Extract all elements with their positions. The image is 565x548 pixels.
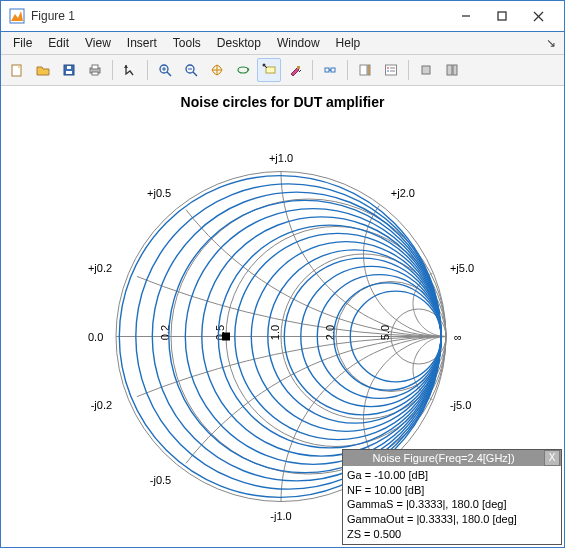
svg-text:+j2.0: +j2.0 (391, 187, 415, 199)
menu-insert[interactable]: Insert (119, 34, 165, 52)
menu-desktop[interactable]: Desktop (209, 34, 269, 52)
insert-colorbar-button[interactable] (353, 58, 377, 82)
svg-text:-j0.5: -j0.5 (150, 474, 171, 486)
svg-rect-37 (447, 65, 452, 75)
svg-rect-9 (67, 66, 71, 69)
save-button[interactable] (57, 58, 81, 82)
brush-button[interactable] (283, 58, 307, 82)
svg-line-15 (167, 72, 171, 76)
window-title: Figure 1 (31, 9, 448, 23)
menu-overflow-icon[interactable]: ↘ (542, 36, 560, 50)
svg-text:1.0: 1.0 (269, 325, 281, 340)
menu-edit[interactable]: Edit (40, 34, 77, 52)
datatip-panel[interactable]: Noise Figure(Freq=2.4[GHz]) X Ga = -10.0… (342, 449, 562, 545)
datatip-line-ga: Ga = -10.00 [dB] (347, 468, 557, 483)
svg-rect-26 (325, 68, 329, 72)
matlab-figure-icon (9, 8, 25, 24)
svg-text:5.0: 5.0 (379, 325, 391, 340)
svg-rect-11 (92, 65, 98, 69)
svg-rect-27 (331, 68, 335, 72)
svg-point-24 (263, 64, 266, 67)
menu-help[interactable]: Help (328, 34, 369, 52)
menu-window[interactable]: Window (269, 34, 328, 52)
edit-plot-button[interactable] (118, 58, 142, 82)
titlebar: Figure 1 (1, 1, 564, 32)
svg-text:-j5.0: -j5.0 (450, 399, 471, 411)
datatip-header[interactable]: Noise Figure(Freq=2.4[GHz]) X (343, 450, 561, 466)
menubar: File Edit View Insert Tools Desktop Wind… (1, 32, 564, 55)
svg-text:-j0.2: -j0.2 (91, 399, 112, 411)
svg-text:∞: ∞ (454, 331, 462, 343)
svg-point-21 (238, 67, 248, 73)
new-figure-button[interactable] (5, 58, 29, 82)
data-cursor-button[interactable] (257, 58, 281, 82)
open-button[interactable] (31, 58, 55, 82)
svg-line-19 (193, 72, 197, 76)
datatip-title: Noise Figure(Freq=2.4[GHz]) (343, 452, 544, 464)
svg-rect-2 (498, 12, 506, 20)
toolbar-separator (347, 60, 348, 80)
datatip-body: Ga = -10.00 [dB] NF = 10.00 [dB] GammaS … (343, 466, 561, 544)
svg-rect-77 (222, 333, 230, 341)
figure-window: Figure 1 File Edit View Insert Tools Des… (0, 0, 565, 548)
show-plot-tools-button[interactable] (440, 58, 464, 82)
link-plot-button[interactable] (318, 58, 342, 82)
print-button[interactable] (83, 58, 107, 82)
toolbar-separator (147, 60, 148, 80)
datatip-line-nf: NF = 10.00 [dB] (347, 483, 557, 498)
rotate3d-button[interactable] (231, 58, 255, 82)
insert-legend-button[interactable] (379, 58, 403, 82)
datatip-line-zs: ZS = 0.500 (347, 527, 557, 542)
svg-rect-12 (92, 72, 98, 75)
svg-text:+j1.0: +j1.0 (269, 152, 293, 164)
menu-file[interactable]: File (5, 34, 40, 52)
maximize-button[interactable] (484, 2, 520, 30)
svg-rect-31 (386, 65, 397, 75)
datatip-line-gammaout: GammaOut = |0.3333|, 180.0 [deg] (347, 512, 557, 527)
svg-rect-22 (266, 67, 275, 73)
toolbar (1, 55, 564, 86)
svg-marker-13 (124, 65, 128, 68)
svg-rect-36 (422, 66, 430, 74)
hide-plot-tools-button[interactable] (414, 58, 438, 82)
axes-area[interactable]: Noise circles for DUT amplifier 0.0∞0.20… (1, 86, 564, 547)
svg-text:+j0.2: +j0.2 (88, 262, 112, 274)
toolbar-separator (112, 60, 113, 80)
zoom-in-button[interactable] (153, 58, 177, 82)
svg-rect-30 (368, 65, 370, 75)
svg-rect-29 (360, 65, 367, 75)
datatip-close-button[interactable]: X (544, 450, 560, 466)
svg-text:0.0: 0.0 (88, 331, 103, 343)
toolbar-separator (408, 60, 409, 80)
menu-view[interactable]: View (77, 34, 119, 52)
datatip-line-gammas: GammaS = |0.3333|, 180.0 [deg] (347, 497, 557, 512)
toolbar-separator (312, 60, 313, 80)
pan-button[interactable] (205, 58, 229, 82)
svg-text:+j0.5: +j0.5 (147, 187, 171, 199)
svg-rect-38 (453, 65, 457, 75)
svg-text:-j1.0: -j1.0 (270, 510, 291, 522)
svg-rect-8 (66, 71, 72, 74)
svg-text:+j5.0: +j5.0 (450, 262, 474, 274)
menu-tools[interactable]: Tools (165, 34, 209, 52)
svg-rect-25 (297, 66, 300, 69)
close-button[interactable] (520, 2, 556, 30)
zoom-out-button[interactable] (179, 58, 203, 82)
minimize-button[interactable] (448, 2, 484, 30)
